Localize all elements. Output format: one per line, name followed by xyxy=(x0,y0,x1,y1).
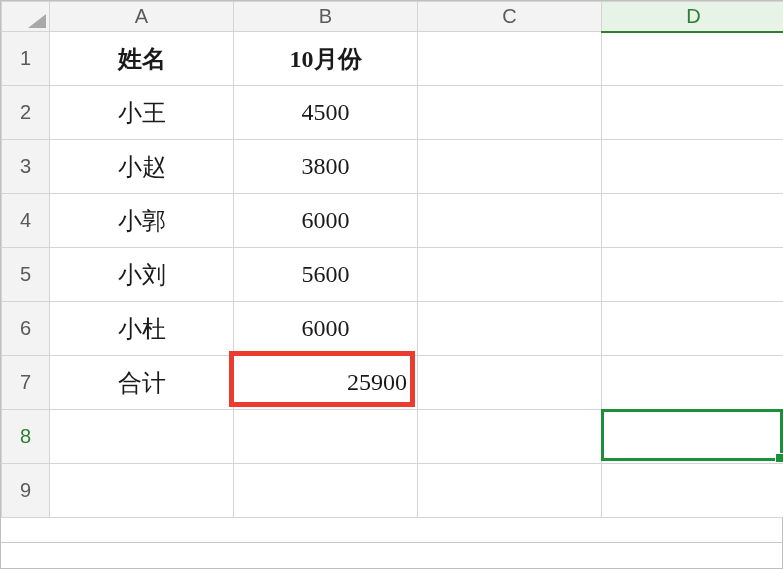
col-header-B[interactable]: B xyxy=(234,2,418,32)
cell-B5[interactable]: 5600 xyxy=(234,248,418,302)
row-header-1[interactable]: 1 xyxy=(2,32,50,86)
table-row: 4 小郭 6000 xyxy=(2,194,784,248)
bottom-edge-shadow xyxy=(1,542,782,543)
cell-B6[interactable]: 6000 xyxy=(234,302,418,356)
cell-C9[interactable] xyxy=(418,464,602,518)
col-header-A[interactable]: A xyxy=(50,2,234,32)
cell-D8[interactable] xyxy=(602,410,784,464)
cell-D4[interactable] xyxy=(602,194,784,248)
cell-C8[interactable] xyxy=(418,410,602,464)
row-header-9[interactable]: 9 xyxy=(2,464,50,518)
row-header-6[interactable]: 6 xyxy=(2,302,50,356)
spreadsheet-viewport: A B C D 1 姓名 10月份 2 小王 4500 3 xyxy=(0,0,783,569)
table-row: 7 合计 25900 xyxy=(2,356,784,410)
cell-A7[interactable]: 合计 xyxy=(50,356,234,410)
cell-C2[interactable] xyxy=(418,86,602,140)
row-header-8[interactable]: 8 xyxy=(2,410,50,464)
table-row: 3 小赵 3800 xyxy=(2,140,784,194)
row-header-4[interactable]: 4 xyxy=(2,194,50,248)
cell-D6[interactable] xyxy=(602,302,784,356)
cell-A1[interactable]: 姓名 xyxy=(50,32,234,86)
cell-D3[interactable] xyxy=(602,140,784,194)
cell-A5[interactable]: 小刘 xyxy=(50,248,234,302)
cell-B1[interactable]: 10月份 xyxy=(234,32,418,86)
cell-C3[interactable] xyxy=(418,140,602,194)
col-header-D[interactable]: D xyxy=(602,2,784,32)
cell-A9[interactable] xyxy=(50,464,234,518)
row-header-7[interactable]: 7 xyxy=(2,356,50,410)
cell-D2[interactable] xyxy=(602,86,784,140)
cell-A6[interactable]: 小杜 xyxy=(50,302,234,356)
cell-D7[interactable] xyxy=(602,356,784,410)
row-header-5[interactable]: 5 xyxy=(2,248,50,302)
table-row: 8 xyxy=(2,410,784,464)
cell-B9[interactable] xyxy=(234,464,418,518)
cell-B2[interactable]: 4500 xyxy=(234,86,418,140)
column-header-row: A B C D xyxy=(2,2,784,32)
cell-A3[interactable]: 小赵 xyxy=(50,140,234,194)
cell-D5[interactable] xyxy=(602,248,784,302)
cell-C7[interactable] xyxy=(418,356,602,410)
table-row: 5 小刘 5600 xyxy=(2,248,784,302)
row-header-2[interactable]: 2 xyxy=(2,86,50,140)
cell-C1[interactable] xyxy=(418,32,602,86)
spreadsheet-grid[interactable]: A B C D 1 姓名 10月份 2 小王 4500 3 xyxy=(1,1,783,518)
cell-B3[interactable]: 3800 xyxy=(234,140,418,194)
row-header-3[interactable]: 3 xyxy=(2,140,50,194)
cell-A4[interactable]: 小郭 xyxy=(50,194,234,248)
cell-B7[interactable]: 25900 xyxy=(234,356,418,410)
cell-D1[interactable] xyxy=(602,32,784,86)
cell-A2[interactable]: 小王 xyxy=(50,86,234,140)
cell-B4[interactable]: 6000 xyxy=(234,194,418,248)
cell-D9[interactable] xyxy=(602,464,784,518)
table-row: 1 姓名 10月份 xyxy=(2,32,784,86)
table-row: 2 小王 4500 xyxy=(2,86,784,140)
table-row: 6 小杜 6000 xyxy=(2,302,784,356)
cell-B8[interactable] xyxy=(234,410,418,464)
col-header-C[interactable]: C xyxy=(418,2,602,32)
cell-A8[interactable] xyxy=(50,410,234,464)
select-all-corner[interactable] xyxy=(2,2,50,32)
cell-C6[interactable] xyxy=(418,302,602,356)
cell-C4[interactable] xyxy=(418,194,602,248)
table-row: 9 xyxy=(2,464,784,518)
cell-C5[interactable] xyxy=(418,248,602,302)
